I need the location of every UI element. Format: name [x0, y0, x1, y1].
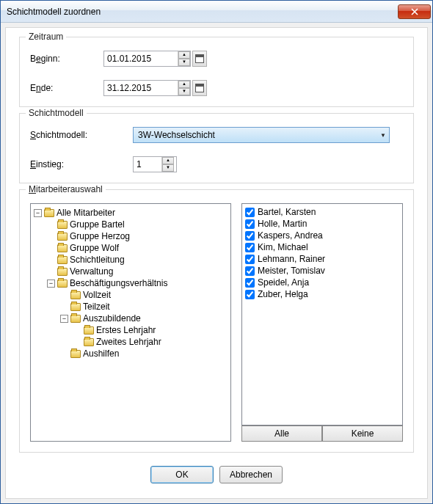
- tree-teilzeit[interactable]: Teilzeit: [60, 301, 228, 313]
- folder-icon: [84, 326, 94, 335]
- entry-spin-up[interactable]: ▲: [162, 157, 174, 164]
- employee-checkbox[interactable]: [245, 278, 255, 288]
- folder-icon: [57, 233, 68, 241]
- end-spin-down[interactable]: ▼: [178, 88, 190, 95]
- tree-toggle-azubi[interactable]: −: [60, 315, 68, 323]
- employee-item[interactable]: Bartel, Karsten: [245, 206, 399, 218]
- employee-item[interactable]: Kim, Michael: [245, 241, 399, 253]
- entry-spin-down[interactable]: ▼: [162, 164, 174, 172]
- model-legend: Schichtmodell: [26, 108, 87, 118]
- tree-group[interactable]: Gruppe Bartel: [47, 219, 228, 230]
- tree-group-label: Verwaltung: [70, 266, 113, 277]
- calendar-icon: [195, 54, 204, 63]
- begin-calendar-button[interactable]: [192, 51, 207, 67]
- tree-root[interactable]: −Alle Mitarbeiter: [34, 207, 228, 219]
- employee-item[interactable]: Speidel, Anja: [245, 277, 399, 288]
- employee-list-panel: Bartel, KarstenHolle, MartinKaspers, And…: [241, 203, 403, 442]
- employee-item[interactable]: Meister, Tomislav: [245, 265, 399, 277]
- employee-name: Lehmann, Rainer: [258, 254, 325, 264]
- tree-lj1[interactable]: Erstes Lehrjahr: [73, 324, 228, 336]
- begin-date-input[interactable]: [104, 52, 178, 65]
- employee-checkbox[interactable]: [245, 243, 255, 252]
- end-date-input[interactable]: [104, 81, 178, 95]
- cancel-button[interactable]: Abbrechen: [219, 466, 283, 483]
- employee-item[interactable]: Lehmann, Rainer: [245, 253, 399, 265]
- folder-icon: [57, 221, 68, 229]
- end-label: Ende:: [30, 83, 103, 93]
- tree-emprel-label: Beschäftigungsverhältnis: [70, 278, 167, 288]
- calendar-icon: [195, 84, 204, 92]
- employee-name: Speidel, Anja: [258, 277, 309, 288]
- tree-azubi-label: Auszubildende: [83, 313, 141, 324]
- tree-azubi[interactable]: −Auszubildende: [60, 313, 228, 324]
- tree-lj1-label: Erstes Lehrjahr: [96, 325, 156, 335]
- folder-icon: [70, 291, 81, 299]
- tree-group[interactable]: Verwaltung: [47, 266, 228, 277]
- end-calendar-button[interactable]: [192, 80, 207, 96]
- titlebar: Schichtmodell zuordnen: [1, 1, 432, 23]
- begin-spin-up[interactable]: ▲: [178, 51, 190, 59]
- folder-icon: [57, 268, 68, 276]
- tree-group-label: Gruppe Herzog: [70, 231, 130, 241]
- tree-aushilfen-label: Aushilfen: [83, 348, 119, 359]
- ok-button[interactable]: OK: [150, 466, 214, 483]
- select-none-button[interactable]: Keine: [322, 426, 403, 442]
- employees-legend: Mitarbeiterauswahl: [26, 184, 106, 194]
- employees-body: −Alle MitarbeiterGruppe BartelGruppe Her…: [30, 203, 403, 442]
- folder-icon: [57, 280, 68, 288]
- group-tree[interactable]: −Alle MitarbeiterGruppe BartelGruppe Her…: [30, 203, 231, 442]
- model-selected: 3W-Wechselschicht: [138, 130, 215, 140]
- entry-input[interactable]: [134, 158, 161, 171]
- employee-checkbox[interactable]: [245, 219, 255, 229]
- employee-checkbox[interactable]: [245, 208, 255, 217]
- model-combobox[interactable]: 3W-Wechselschicht ▼: [133, 127, 390, 143]
- end-spin-up[interactable]: ▲: [178, 81, 190, 88]
- employee-name: Holle, Martin: [258, 219, 307, 229]
- begin-spin-down[interactable]: ▼: [178, 59, 190, 66]
- tree-lj2[interactable]: Zweites Lehrjahr: [73, 336, 228, 348]
- model-group: Schichtmodell Schichtmodell: 3W-Wechsels…: [19, 113, 414, 183]
- tree-group[interactable]: Gruppe Herzog: [47, 230, 228, 242]
- model-label: Schichtmodell:: [30, 130, 133, 140]
- employee-item[interactable]: Zuber, Helga: [245, 288, 399, 300]
- select-all-button[interactable]: Alle: [241, 426, 322, 442]
- dialog-footer: OK Abbrechen: [19, 459, 414, 491]
- period-legend: Zeitraum: [26, 32, 66, 42]
- tree-root-label: Alle Mitarbeiter: [57, 208, 115, 218]
- folder-icon: [70, 350, 81, 358]
- tree-group-label: Gruppe Wolf: [70, 243, 119, 253]
- employee-name: Kim, Michael: [258, 242, 308, 252]
- employee-list[interactable]: Bartel, KarstenHolle, MartinKaspers, And…: [241, 203, 403, 426]
- dialog-window: Schichtmodell zuordnen Zeitraum Beginn: …: [0, 0, 433, 504]
- dialog-content: Zeitraum Beginn: ▲ ▼ Ende: ▲: [5, 27, 428, 499]
- employee-checkbox[interactable]: [245, 290, 255, 299]
- entry-label: Einstieg:: [30, 159, 133, 169]
- folder-icon: [57, 244, 68, 252]
- tree-group[interactable]: Schichtleitung: [47, 254, 228, 266]
- tree-aushilfen[interactable]: Aushilfen: [60, 348, 228, 359]
- employee-checkbox[interactable]: [245, 255, 255, 264]
- end-date-field[interactable]: ▲ ▼: [103, 80, 191, 96]
- tree-lj2-label: Zweites Lehrjahr: [96, 337, 161, 347]
- tree-group[interactable]: Gruppe Wolf: [47, 242, 228, 254]
- employee-item[interactable]: Kaspers, Andrea: [245, 230, 399, 241]
- employee-item[interactable]: Holle, Martin: [245, 218, 399, 230]
- tree-toggle-emprel[interactable]: −: [47, 280, 55, 288]
- employee-checkbox[interactable]: [245, 231, 255, 241]
- period-group: Zeitraum Beginn: ▲ ▼ Ende: ▲: [19, 37, 414, 107]
- folder-icon: [70, 303, 81, 311]
- begin-date-field[interactable]: ▲ ▼: [103, 51, 191, 67]
- folder-icon: [44, 209, 54, 217]
- tree-emp-rel[interactable]: −Beschäftigungsverhältnis: [47, 277, 228, 289]
- tree-toggle-root[interactable]: −: [34, 209, 42, 217]
- employee-name: Zuber, Helga: [258, 289, 308, 299]
- begin-label: Beginn:: [30, 54, 103, 64]
- employee-name: Meister, Tomislav: [258, 266, 325, 276]
- entry-stepper[interactable]: ▲ ▼: [133, 156, 177, 172]
- tree-vollzeit[interactable]: Vollzeit: [60, 289, 228, 301]
- chevron-down-icon: ▼: [380, 132, 386, 139]
- end-spinner: ▲ ▼: [178, 81, 190, 95]
- close-button[interactable]: [398, 4, 431, 19]
- folder-icon: [70, 315, 81, 323]
- employee-checkbox[interactable]: [245, 266, 255, 276]
